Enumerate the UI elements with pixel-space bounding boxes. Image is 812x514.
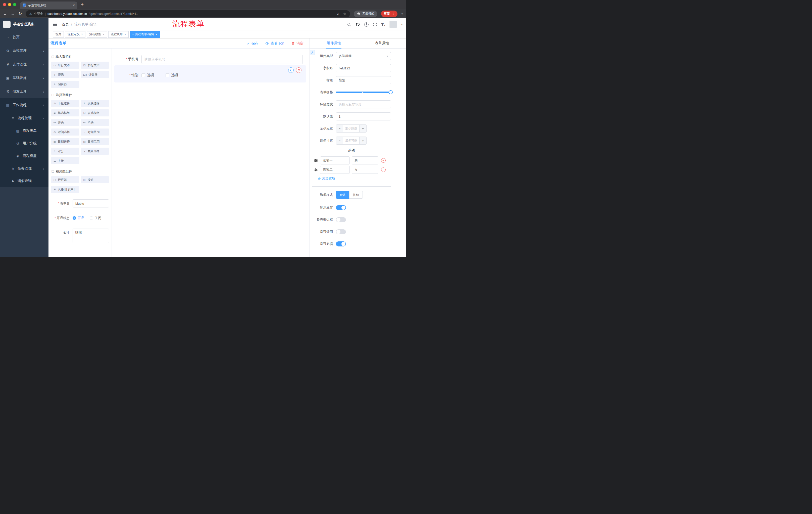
back-icon[interactable]: ← [3,12,7,16]
password-key-icon[interactable]: ⚷ [337,12,339,16]
field-name-input[interactable] [336,64,391,72]
palette-component[interactable]: ⊞ 表格[开发中] [51,186,79,193]
palette-component[interactable]: ▦ 日期选择 [51,138,79,145]
avatar-caret-icon[interactable]: ▾ [401,23,403,26]
option-value-input[interactable] [352,156,378,164]
style-default-button[interactable]: 默认 [336,191,349,199]
forward-icon[interactable]: → [11,12,15,16]
toggle-switch[interactable] [336,229,346,234]
browser-tab[interactable]: 芋道管理系统 × [20,1,77,9]
palette-component[interactable]: ✎ 编辑器 [51,81,79,88]
palette-component[interactable]: ⊙ 下拉选择 [51,100,79,107]
sidebar-item[interactable]: ⚒ 研发工具 ∨ [0,85,49,98]
remove-option-button[interactable]: − [381,158,386,163]
fullscreen-icon[interactable] [373,22,377,27]
tab-close-icon[interactable]: × [124,33,126,36]
palette-component[interactable]: ◔ 时间范围 [81,129,109,136]
min-select-value[interactable]: 至少应选 [343,125,359,132]
sidebar-item[interactable]: ≡ 流程管理 ∧ [0,112,49,125]
sidebar-item[interactable]: ⚙ 系统管理 ∨ [0,44,49,58]
tab-close-icon[interactable]: × [81,33,83,36]
phone-input[interactable] [141,55,303,64]
palette-component[interactable]: 123 计数器 [81,71,109,78]
sidebar-item[interactable]: ▤ 流程表单 [0,125,49,137]
increase-button[interactable]: + [359,137,366,144]
tab-item[interactable]: 流程定义 × [65,31,85,38]
copy-component-button[interactable] [288,67,294,73]
form-remark-textarea[interactable]: 嘿嘿 [72,228,109,243]
palette-component[interactable]: ▤ 多行文本 [81,62,109,69]
clear-button[interactable]: 清空 [291,41,303,46]
tab-item[interactable]: ● 流程表单-编辑 × [130,31,160,38]
option-name-input[interactable] [320,166,350,174]
sidebar-item[interactable]: ♟ 请假查询 [0,175,49,187]
remove-option-button[interactable]: − [381,167,386,172]
browser-menu-icon[interactable]: ⋮ [392,12,395,16]
selected-component-block[interactable]: *性别 选项一 [114,65,306,82]
drag-handle-icon[interactable] [314,158,318,163]
toggle-switch[interactable] [336,241,346,246]
tab-close-icon[interactable]: × [155,33,157,36]
gender-option-checkbox[interactable]: 选项一 [141,73,157,77]
palette-component[interactable]: ⊷ 滑块 [81,119,109,126]
title-input[interactable] [336,76,391,84]
decrease-button[interactable]: − [336,125,343,132]
palette-component[interactable]: ▢ 行容器 [51,176,79,183]
default-value-input[interactable] [336,112,391,120]
help-icon[interactable]: ? [364,22,369,27]
address-bar[interactable]: ⚠ 不安全 | dashboard.yudao.iocoder.cn /bpm/… [26,10,350,17]
bookmark-star-icon[interactable]: ☆ [343,12,346,16]
palette-component[interactable]: ▧ 日期范围 [81,138,109,145]
breadcrumb-home[interactable]: 首页 [62,22,69,27]
palette-component[interactable]: ⋔ 级联选择 [81,100,109,107]
palette-component[interactable]: ☁ 上传 [51,157,79,164]
tab-item[interactable]: 首页 [53,31,64,38]
github-icon[interactable] [355,22,360,27]
view-json-button[interactable]: 查看json [265,41,284,46]
gender-option-checkbox[interactable]: 选项二 [166,73,182,77]
tab-item[interactable]: 流程模型 × [87,31,107,38]
palette-component[interactable]: ☑ 多选框组 [81,109,109,116]
sidebar-item[interactable]: ◔ 首页 [0,30,49,44]
tab-component-props[interactable]: 组件属性 [310,38,358,48]
tab-close-icon[interactable]: × [73,3,75,7]
decrease-button[interactable]: − [336,137,343,144]
palette-component[interactable]: ◫ 按钮 [81,176,109,183]
tab-close-icon[interactable]: × [103,33,105,36]
palette-component[interactable]: ◷ 时间选择 [51,129,79,136]
search-icon[interactable] [347,22,351,27]
tab-item[interactable]: 流程表单 × [108,31,128,38]
reload-icon[interactable]: ↻ [19,12,22,16]
new-tab-button[interactable]: + [81,2,84,7]
component-type-value[interactable] [336,52,391,60]
palette-component[interactable]: ◑ 颜色选择 [81,147,109,155]
style-button-button[interactable]: 按钮 [349,191,363,199]
option-value-input[interactable] [352,166,378,174]
add-option-button[interactable]: ⊕ 添加选项 [318,176,391,181]
palette-component[interactable]: ☆ 评分 [51,147,79,155]
tab-form-props[interactable]: 表单属性 [358,38,406,48]
status-on-radio[interactable]: 开启 [72,216,84,220]
component-type-select[interactable]: ∨ [336,52,391,60]
doc-link-button[interactable] [310,50,315,55]
font-size-icon[interactable]: T T [381,22,385,27]
max-select-value[interactable]: 最多可选 [343,137,359,144]
delete-component-button[interactable] [296,67,301,73]
palette-component[interactable]: ⚷ 密码 [51,71,79,78]
palette-component[interactable]: ⊶ 开关 [51,119,79,126]
window-zoom-button[interactable] [13,3,16,6]
collapse-menu-button[interactable] [53,23,57,26]
toggle-switch[interactable] [336,205,346,210]
window-minimize-button[interactable] [8,3,11,6]
sidebar-item[interactable]: ⋔ 任务管理 ∨ [0,162,49,175]
user-avatar[interactable] [389,21,397,28]
form-name-input[interactable] [72,199,109,208]
browser-update-button[interactable]: 更新 ⋮ [381,10,398,17]
status-off-radio[interactable]: 关闭 [90,216,101,220]
toggle-switch[interactable] [336,217,346,222]
grid-slider[interactable] [336,88,391,96]
window-close-button[interactable] [3,3,6,6]
sidebar-item[interactable]: ▦ 工作流程 ∧ [0,98,49,112]
sidebar-item[interactable]: ¥ 支付管理 ∨ [0,58,49,71]
sidebar-item[interactable]: ▣ 基础设施 ∨ [0,71,49,85]
